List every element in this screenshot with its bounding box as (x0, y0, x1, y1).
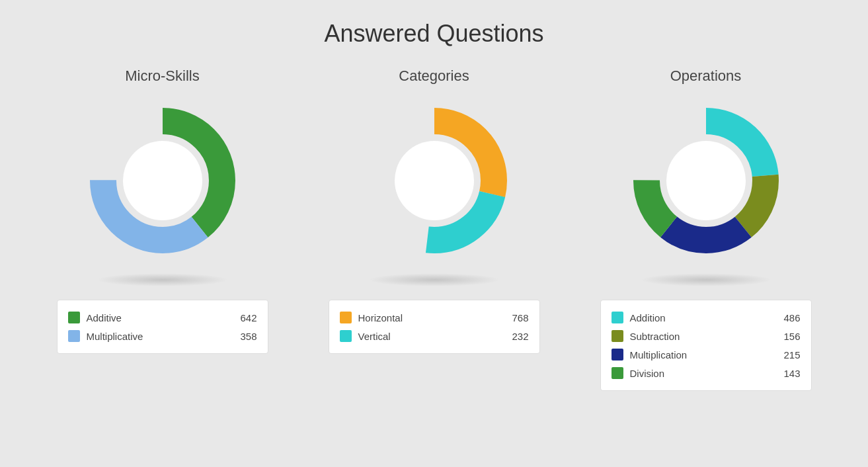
charts-container: Micro-Skills Additive 642 (0, 67, 868, 391)
multiplicative-value: 358 (240, 331, 256, 342)
multiplication-color (612, 349, 623, 361)
division-value: 143 (783, 368, 800, 379)
legend-item-multiplicative: Multiplicative 358 (68, 327, 257, 345)
horizontal-color (340, 312, 352, 323)
legend-item-multiplication: Multiplication 215 (612, 345, 801, 364)
horizontal-label: Horizontal (358, 312, 512, 323)
svg-point-10 (666, 141, 746, 220)
additive-value: 642 (240, 312, 256, 323)
legend-item-vertical: Vertical 232 (340, 327, 529, 345)
operations-section: Operations Addition 486 (587, 67, 825, 391)
additive-color (68, 312, 80, 323)
legend-item-subtraction: Subtraction 156 (612, 327, 801, 345)
operations-title: Operations (670, 67, 742, 85)
micro-skills-shadow (97, 273, 229, 286)
page-title: Answered Questions (324, 20, 543, 48)
horizontal-value: 768 (512, 312, 528, 323)
categories-donut (348, 95, 520, 267)
subtraction-value: 156 (783, 331, 800, 342)
multiplication-value: 215 (783, 349, 800, 361)
operations-donut (620, 95, 792, 267)
addition-color (612, 312, 623, 323)
micro-skills-legend: Additive 642 Multiplicative 358 (57, 300, 268, 354)
vertical-value: 232 (512, 331, 528, 342)
micro-skills-donut (77, 95, 249, 267)
multiplicative-label: Multiplicative (87, 331, 241, 342)
subtraction-label: Subtraction (630, 331, 784, 342)
legend-item-division: Division 143 (612, 364, 801, 382)
division-label: Division (630, 368, 784, 379)
multiplication-label: Multiplication (630, 349, 784, 361)
vertical-color (340, 330, 352, 342)
operations-legend: Addition 486 Subtraction 156 Multiplicat… (600, 300, 812, 391)
addition-label: Addition (630, 312, 784, 323)
subtraction-color (612, 330, 623, 342)
addition-value: 486 (783, 312, 800, 323)
additive-label: Additive (87, 312, 241, 323)
multiplicative-color (68, 330, 80, 342)
svg-point-2 (123, 141, 202, 220)
micro-skills-title: Micro-Skills (125, 67, 199, 85)
svg-point-5 (395, 141, 474, 220)
categories-shadow (368, 273, 500, 286)
categories-section: Categories Horizontal 768 Vertical (315, 67, 553, 391)
legend-item-horizontal: Horizontal 768 (340, 308, 529, 327)
division-color (612, 367, 623, 379)
legend-item-addition: Addition 486 (612, 308, 801, 327)
legend-item-additive: Additive 642 (68, 308, 257, 327)
vertical-label: Vertical (358, 331, 512, 342)
categories-title: Categories (399, 67, 469, 85)
operations-shadow (640, 273, 772, 286)
micro-skills-section: Micro-Skills Additive 642 (44, 67, 282, 391)
categories-legend: Horizontal 768 Vertical 232 (329, 300, 540, 354)
